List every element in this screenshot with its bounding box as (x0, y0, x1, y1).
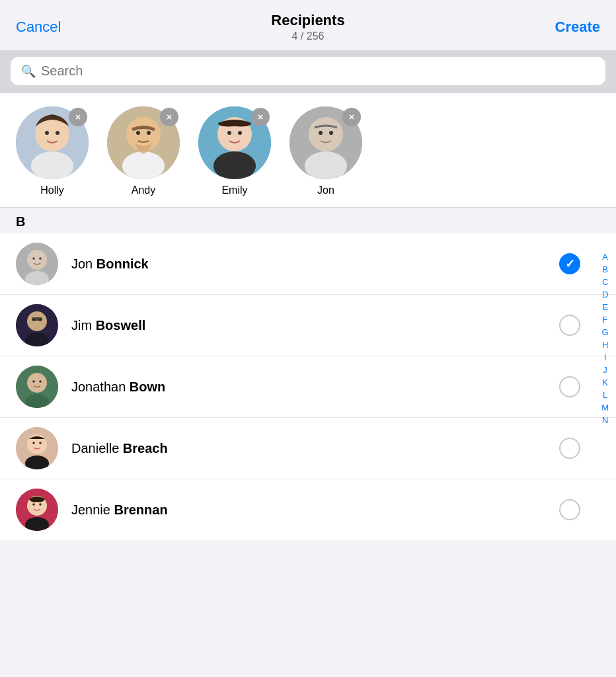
alpha-letter-B[interactable]: B (599, 264, 611, 275)
list-avatar-jon-bonnick (16, 243, 58, 285)
svg-point-35 (39, 380, 42, 383)
contact-name-jonathan-bown: Jonathan Bown (71, 379, 559, 395)
svg-point-24 (39, 257, 42, 260)
svg-point-18 (319, 131, 323, 135)
contact-list-B: Jon Bonnick✓ Jim Boswell Jonathan Bown D… (0, 233, 616, 540)
cancel-button[interactable]: Cancel (16, 19, 61, 36)
alpha-letter-G[interactable]: G (599, 327, 611, 338)
alpha-letter-L[interactable]: L (599, 389, 611, 401)
contact-row-jim-boswell[interactable]: Jim Boswell (0, 295, 616, 356)
svg-point-13 (227, 131, 231, 135)
contact-chip-name-jon: Jon (317, 184, 334, 196)
contact-chip-name-emily: Emily (221, 184, 247, 196)
svg-point-2 (31, 151, 73, 179)
search-bar-container: 🔍 (0, 50, 616, 93)
remove-badge-emily[interactable]: × (251, 108, 270, 126)
contact-name-danielle-breach: Danielle Breach (71, 441, 559, 456)
check-circle-jonathan-bown[interactable] (559, 376, 580, 397)
search-input[interactable] (41, 63, 595, 79)
svg-point-44 (32, 503, 35, 506)
selected-contact-holly[interactable]: × Holly (16, 106, 89, 196)
selected-contact-andy[interactable]: × Andy (107, 106, 180, 196)
svg-point-32 (27, 373, 47, 393)
avatar-wrapper-emily: × (198, 106, 271, 179)
contact-row-jennie-brennan[interactable]: Jennie Brennan (0, 479, 616, 540)
svg-point-21 (27, 250, 47, 270)
check-circle-danielle-breach[interactable] (559, 438, 580, 459)
svg-point-12 (213, 151, 256, 179)
svg-point-34 (32, 380, 35, 383)
svg-point-23 (32, 257, 35, 260)
contact-row-danielle-breach[interactable]: Danielle Breach (0, 418, 616, 479)
svg-point-26 (27, 311, 47, 331)
alpha-letter-E[interactable]: E (599, 301, 611, 313)
page-title: Recipients (271, 12, 344, 29)
check-circle-jim-boswell[interactable] (559, 315, 580, 336)
svg-point-3 (45, 131, 49, 135)
alpha-letter-C[interactable]: C (599, 276, 611, 288)
create-button[interactable]: Create (555, 19, 600, 36)
alphabet-index: ABCDEFGHIJKLMN (599, 251, 611, 426)
alpha-letter-J[interactable]: J (599, 364, 611, 376)
svg-point-9 (147, 131, 151, 135)
alpha-letter-K[interactable]: K (599, 377, 611, 388)
alpha-letter-M[interactable]: M (599, 402, 611, 413)
svg-rect-30 (32, 317, 42, 321)
contact-name-jon-bonnick: Jon Bonnick (71, 257, 559, 272)
section-header-B: B (0, 207, 616, 233)
svg-point-45 (39, 503, 42, 506)
alpha-letter-H[interactable]: H (599, 339, 611, 350)
alpha-letter-F[interactable]: F (599, 314, 611, 325)
selected-contact-jon[interactable]: × Jon (289, 106, 362, 196)
avatar-wrapper-andy: × (107, 106, 180, 179)
svg-point-16 (309, 117, 343, 151)
svg-point-17 (305, 151, 347, 179)
checkmark-icon: ✓ (565, 258, 575, 270)
svg-point-7 (122, 151, 165, 179)
selected-contacts-row: × Holly × Andy × E (0, 93, 616, 207)
recipient-count: 4 / 256 (271, 30, 344, 42)
contact-chip-name-andy: Andy (132, 184, 155, 196)
header-center: Recipients 4 / 256 (271, 12, 344, 42)
header: Cancel Recipients 4 / 256 Create (0, 0, 616, 50)
svg-point-39 (32, 442, 35, 444)
contact-name-jim-boswell: Jim Boswell (71, 318, 559, 333)
search-bar: 🔍 (11, 57, 605, 85)
svg-point-40 (39, 442, 42, 444)
contact-name-jennie-brennan: Jennie Brennan (71, 502, 559, 518)
list-avatar-jonathan-bown (16, 366, 58, 408)
avatar-wrapper-jon: × (289, 106, 362, 179)
alpha-letter-I[interactable]: I (599, 352, 611, 363)
selected-contact-emily[interactable]: × Emily (198, 106, 271, 196)
contact-row-jon-bonnick[interactable]: Jon Bonnick✓ (0, 233, 616, 295)
alpha-letter-A[interactable]: A (599, 251, 611, 262)
check-circle-jennie-brennan[interactable] (559, 499, 580, 520)
contact-row-jonathan-bown[interactable]: Jonathan Bown (0, 356, 616, 418)
remove-badge-holly[interactable]: × (69, 108, 87, 126)
svg-point-8 (136, 131, 140, 135)
list-avatar-jim-boswell (16, 304, 58, 346)
svg-point-4 (56, 131, 59, 135)
contact-chip-name-holly: Holly (40, 184, 64, 196)
svg-point-14 (238, 131, 242, 135)
avatar-wrapper-holly: × (16, 106, 89, 179)
remove-badge-jon[interactable]: × (342, 108, 361, 126)
list-avatar-jennie-brennan (16, 489, 58, 531)
list-avatar-danielle-breach (16, 427, 58, 469)
alpha-letter-D[interactable]: D (599, 289, 611, 300)
search-icon: 🔍 (21, 64, 36, 79)
remove-badge-andy[interactable]: × (160, 108, 178, 126)
svg-point-19 (329, 131, 333, 135)
check-circle-jon-bonnick[interactable]: ✓ (559, 253, 580, 274)
alpha-letter-N[interactable]: N (599, 415, 611, 426)
